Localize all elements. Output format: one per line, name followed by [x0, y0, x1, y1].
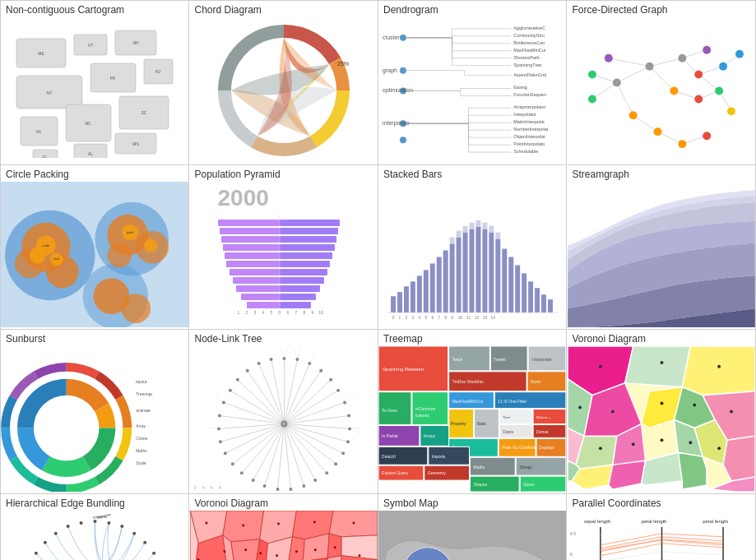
svg-text:ME: ME — [38, 51, 44, 56]
svg-rect-163 — [541, 295, 546, 313]
svg-text:Treemap: Treemap — [136, 392, 152, 396]
svg-text:Tweeti: Tweeti — [494, 358, 505, 362]
svg-text:DataUrl: DataUrl — [382, 456, 396, 460]
svg-text:Norm: Norm — [531, 380, 540, 384]
symbolmap-viz — [378, 511, 566, 560]
svg-text:12: 12 — [475, 316, 480, 320]
cell-sunburst[interactable]: Sunburst — [1, 330, 189, 494]
svg-line-227 — [258, 363, 284, 424]
svg-text:AgglomerativeC: AgglomerativeC — [513, 25, 545, 30]
svg-point-462 — [295, 551, 297, 553]
cell-non-contiguous-cartogram[interactable]: Non-contiguous Cartogram — [1, 1, 189, 165]
cell-voronoi-diagram-2[interactable]: Voronoi Diagram — [190, 494, 378, 560]
svg-point-269 — [257, 362, 260, 365]
svg-point-252 — [325, 472, 328, 475]
svg-point-458 — [223, 551, 225, 553]
svg-rect-158 — [508, 257, 513, 313]
cell-title: Voronoi Diagram — [568, 330, 755, 346]
svg-point-464 — [333, 547, 336, 549]
svg-text:VT: VT — [88, 43, 93, 48]
svg-rect-127 — [218, 220, 280, 226]
svg-point-258 — [251, 479, 254, 482]
treemap-viz: Spanning Between Twice Tweeti Interpolat… — [378, 346, 566, 492]
treemap-svg: Spanning Between Twice Tweeti Interpolat… — [378, 346, 566, 492]
cell-force-directed[interactable]: Force-Directed Graph — [568, 1, 756, 165]
svg-rect-132 — [280, 269, 327, 275]
symbolmap-svg — [378, 511, 566, 560]
svg-point-72 — [628, 112, 637, 120]
cell-title: Non-contiguous Cartogram — [1, 1, 188, 17]
svg-point-265 — [221, 401, 225, 405]
svg-point-399 — [67, 525, 70, 528]
svg-point-368 — [660, 439, 663, 442]
svg-point-400 — [80, 521, 83, 525]
svg-point-241 — [295, 358, 299, 361]
svg-point-363 — [660, 402, 663, 405]
svg-line-219 — [225, 424, 284, 454]
svg-point-80 — [678, 141, 686, 149]
cell-dendrogram[interactable]: Dendrogram cluster graph optimization in… — [378, 1, 567, 165]
svg-text:SC: SC — [141, 110, 147, 115]
svg-text:Dates: Dates — [503, 431, 513, 435]
svg-rect-152 — [470, 229, 475, 312]
svg-point-455 — [313, 521, 315, 524]
cell-parallel-coordinates[interactable]: Parallel Coordinates sepal length petal … — [568, 494, 756, 560]
cell-hierarchical-edge-bundling[interactable]: Hierarchical Edge Bundling — [1, 494, 189, 560]
svg-rect-125 — [221, 236, 280, 243]
svg-text:To-Grow: To-Grow — [382, 409, 397, 413]
svg-text:Geometry: Geometry — [428, 472, 446, 476]
cell-node-link-tree[interactable]: Node-Link Tree — [190, 330, 378, 494]
svg-point-81 — [735, 50, 743, 58]
sunburst-viz: layout Treemap animate Array Colors Math… — [1, 346, 188, 492]
cell-circle-packing[interactable]: Circle Packing — [1, 165, 189, 330]
svg-point-84 — [604, 54, 612, 62]
svg-point-251 — [334, 463, 337, 466]
svg-point-247 — [347, 414, 350, 418]
svg-text:8: 8 — [303, 310, 305, 315]
svg-text:Strings: Strings — [519, 466, 532, 470]
svg-line-236 — [350, 428, 361, 429]
svg-rect-129 — [280, 294, 316, 300]
svg-text:14: 14 — [491, 316, 496, 320]
cell-title: Parallel Coordinates — [568, 494, 755, 511]
svg-point-257 — [262, 484, 266, 488]
svg-point-244 — [329, 378, 332, 382]
cell-chord-diagram[interactable]: Chord Diagram — [190, 1, 378, 165]
cell-stacked-bars[interactable]: Stacked Bars — [378, 165, 567, 330]
svg-rect-151 — [463, 233, 468, 312]
svg-rect-153 — [475, 227, 480, 312]
svg-text:PointInterpolato: PointInterpolato — [513, 142, 545, 147]
svg-point-375 — [143, 541, 146, 544]
svg-line-205 — [284, 416, 349, 424]
chord-svg: 25% — [210, 21, 358, 160]
svg-text:SpanningTree: SpanningTree — [513, 62, 541, 67]
svg-line-64 — [591, 83, 616, 100]
cell-population-pyramid[interactable]: Population Pyramid 2000 0 1 2 3 4 5 6 7 … — [190, 165, 378, 330]
svg-line-61 — [657, 132, 682, 145]
svg-text:0: 0 — [392, 316, 395, 320]
cell-symbol-map[interactable]: Symbol Map — [378, 494, 567, 560]
svg-line-232 — [293, 347, 297, 359]
cell-voronoi-diagram-1[interactable]: Voronoi Diagram — [568, 330, 756, 494]
svg-line-224 — [230, 391, 284, 424]
cell-treemap[interactable]: Treemap Spanning Between Twice Tweeti In… — [378, 330, 567, 494]
svg-text:Property: Property — [451, 423, 466, 427]
svg-point-266 — [228, 389, 231, 392]
svg-rect-164 — [548, 300, 553, 313]
svg-point-253 — [313, 479, 317, 482]
cell-streamgraph[interactable]: Streamgraph — [568, 165, 756, 330]
svg-point-360 — [717, 365, 721, 368]
svg-text:3: 3 — [253, 310, 256, 315]
svg-rect-156 — [495, 239, 500, 312]
svg-text:1: 1 — [399, 316, 401, 320]
svg-point-463 — [313, 549, 316, 552]
svg-point-256 — [276, 488, 279, 491]
svg-point-248 — [348, 428, 351, 431]
svg-text:Warm +: Warm + — [536, 416, 550, 420]
voronoi2-viz — [190, 511, 378, 560]
svg-point-100 — [30, 248, 46, 264]
chord-viz: 25% — [190, 17, 378, 163]
svg-rect-133 — [280, 261, 330, 267]
svg-rect-135 — [280, 244, 335, 251]
svg-text:1: 1 — [237, 310, 239, 315]
